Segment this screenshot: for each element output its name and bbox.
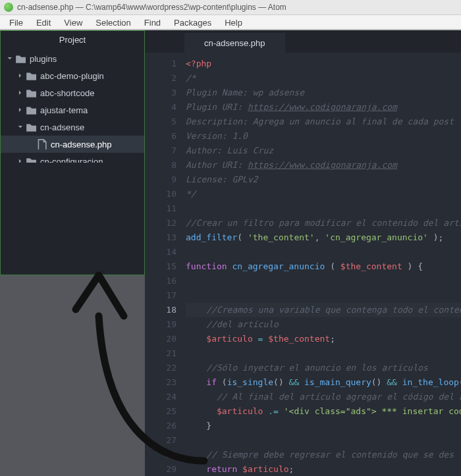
chevron-right-icon	[16, 89, 24, 97]
code-line[interactable]: // Al final del artículo agregar el códi…	[186, 390, 461, 404]
code-line[interactable]: */	[186, 187, 461, 201]
tree-label: abc-shortcode	[40, 88, 94, 98]
code-line[interactable]: return $articulo;	[186, 462, 461, 476]
menu-view[interactable]: View	[57, 16, 89, 29]
tree-row[interactable]: cn-adsense.php	[1, 136, 144, 153]
code-line[interactable]: //Sólo inyectar el anuncio en los artícu…	[186, 361, 461, 375]
project-sidebar: Project pluginsabc-demo-pluginabc-shortc…	[0, 30, 145, 275]
code-line[interactable]: /*	[186, 71, 461, 86]
menu-edit[interactable]: Edit	[30, 16, 57, 29]
menu-bar: File Edit View Selection Find Packages H…	[0, 15, 461, 30]
code-line[interactable]: License: GPLv2	[186, 172, 461, 187]
code-line[interactable]: <?php	[186, 57, 461, 71]
code-line[interactable]: Description: Agrega un anuncio al final …	[186, 115, 461, 129]
tree-row[interactable]: abc-demo-plugin	[1, 67, 144, 84]
chevron-right-icon	[16, 72, 24, 80]
code-line[interactable]: add_filter( 'the_content', 'cn_agregar_a…	[186, 230, 461, 245]
chevron-down-icon	[16, 123, 24, 131]
folder-icon	[26, 88, 36, 98]
folder-icon	[26, 105, 36, 115]
tree-row[interactable]: cn-adsense	[1, 119, 144, 136]
window-titlebar: cn-adsense.php — C:\wamp64\www\wordpress…	[0, 0, 461, 15]
code-line[interactable]: //Crear un filtro para modificar el cont…	[186, 216, 461, 230]
chevron-right-icon	[16, 106, 24, 114]
code-line[interactable]: Author URI: https://www.codigonaranja.co…	[186, 158, 461, 172]
tree-label: ajustar-tema	[40, 105, 88, 115]
folder-icon	[15, 53, 26, 64]
menu-find[interactable]: Find	[138, 16, 167, 29]
tree-label: cn-adsense	[40, 122, 84, 132]
code-line[interactable]	[186, 201, 461, 216]
project-sidebar-title: Project	[1, 31, 144, 50]
code-line[interactable]: if (is_single() && is_main_query() && in…	[186, 375, 461, 390]
tab-cn-adsense[interactable]: cn-adsense.php	[184, 32, 285, 53]
code-editor[interactable]: 1234567891011121314151617181920212223242…	[145, 53, 461, 476]
menu-file[interactable]: File	[3, 16, 30, 29]
editor-pane: cn-adsense.php 1234567891011121314151617…	[145, 30, 461, 476]
tree-row[interactable]: abc-shortcode	[1, 84, 144, 101]
atom-app-icon	[4, 3, 13, 12]
code-line[interactable]	[186, 245, 461, 259]
menu-help[interactable]: Help	[218, 16, 249, 29]
code-line[interactable]: Version: 1.0	[186, 129, 461, 144]
code-line[interactable]: //del artículo	[186, 317, 461, 332]
code-line[interactable]: // Siempre debe regresar el contenido qu…	[186, 448, 461, 462]
folder-icon	[26, 70, 36, 81]
code-line[interactable]: Author: Luis Cruz	[186, 144, 461, 158]
code-line[interactable]: Plugin URI: https://www.codigonaranja.co…	[186, 100, 461, 115]
code-line[interactable]	[186, 346, 461, 361]
folder-icon	[26, 122, 36, 132]
code-line[interactable]	[186, 288, 461, 303]
file-icon	[36, 139, 47, 149]
tree-row[interactable]: cn-configuracion	[1, 153, 144, 163]
chevron-down-icon	[6, 55, 14, 63]
code-line[interactable]: //Creamos una variable que contenga todo…	[186, 303, 461, 317]
line-number-gutter: 1234567891011121314151617181920212223242…	[145, 53, 186, 476]
tree-label: cn-adsense.php	[51, 140, 112, 149]
menu-selection[interactable]: Selection	[89, 16, 137, 29]
code-line[interactable]: Plugin Name: wp adsense	[186, 86, 461, 100]
tree-label: abc-demo-plugin	[40, 71, 104, 81]
code-line[interactable]: $articulo = $the_content;	[186, 332, 461, 346]
chevron-right-icon	[16, 157, 24, 163]
code-line[interactable]: $articulo .= '<div class="ads"> *** inse…	[186, 404, 461, 419]
tree-row[interactable]: ajustar-tema	[1, 101, 144, 119]
window-title: cn-adsense.php — C:\wamp64\www\wordpress…	[17, 3, 286, 12]
code-line[interactable]: }	[186, 419, 461, 433]
tree-label: plugins	[30, 54, 57, 64]
code-line[interactable]	[186, 274, 461, 288]
code-line[interactable]: function cn_agregar_anuncio ( $the_conte…	[186, 259, 461, 274]
code-lines[interactable]: <?php/*Plugin Name: wp adsensePlugin URI…	[186, 53, 461, 476]
menu-packages[interactable]: Packages	[167, 16, 218, 29]
tab-label: cn-adsense.php	[204, 38, 265, 48]
tree-row[interactable]: plugins	[1, 50, 144, 67]
project-tree[interactable]: pluginsabc-demo-pluginabc-shortcodeajust…	[1, 50, 144, 163]
folder-icon	[26, 156, 36, 163]
tree-label: cn-configuracion	[40, 157, 103, 163]
code-line[interactable]	[186, 433, 461, 448]
editor-tab-bar: cn-adsense.php	[145, 30, 461, 53]
